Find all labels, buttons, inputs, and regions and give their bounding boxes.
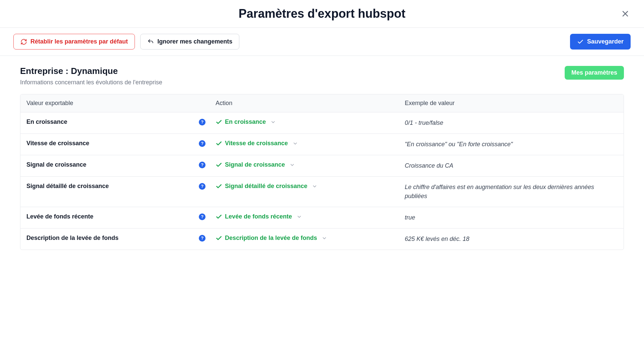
example-value: 0/1 - true/false — [405, 118, 443, 127]
check-icon — [216, 119, 222, 125]
action-label-text: Signal de croissance — [225, 161, 285, 168]
table-row: Signal détaillé de croissance ? Signal d… — [20, 177, 624, 207]
example-value: true — [405, 213, 415, 222]
table-row: Vitesse de croissance ? Vitesse de crois… — [20, 134, 624, 155]
row-name: Signal de croissance — [26, 161, 86, 168]
example-value: Le chiffre d'affaires est en augmentatio… — [405, 183, 618, 201]
row-name: Vitesse de croissance — [26, 140, 89, 147]
modal-header: Paramètres d'export hubspot — [0, 0, 644, 28]
action-dropdown[interactable]: Description de la levée de fonds — [216, 235, 327, 242]
action-dropdown[interactable]: Levée de fonds récente — [216, 213, 302, 220]
chevron-down-icon — [290, 162, 295, 168]
help-icon[interactable]: ? — [199, 119, 206, 125]
save-label: Sauvegarder — [587, 38, 624, 45]
example-value: Croissance du CA — [405, 161, 453, 170]
help-icon[interactable]: ? — [199, 183, 206, 190]
content-area: Entreprise : Dynamique Informations conc… — [0, 56, 644, 260]
ignore-changes-button[interactable]: Ignorer mes changements — [140, 34, 239, 50]
undo-icon — [147, 38, 154, 45]
my-params-label: Mes paramètres — [571, 69, 617, 76]
section-title: Entreprise : Dynamique — [20, 66, 162, 76]
section-subtitle: Informations concernant les évolutions d… — [20, 79, 162, 86]
close-icon — [621, 10, 629, 18]
row-name: Description de la levée de fonds — [26, 235, 118, 242]
table-row: Signal de croissance ? Signal de croissa… — [20, 155, 624, 177]
check-icon — [216, 235, 222, 242]
help-icon[interactable]: ? — [199, 162, 206, 168]
chevron-down-icon — [297, 214, 302, 219]
action-dropdown[interactable]: Vitesse de croissance — [216, 140, 298, 147]
check-icon — [216, 213, 222, 220]
close-button[interactable] — [620, 8, 631, 19]
action-dropdown[interactable]: En croissance — [216, 118, 276, 125]
action-label-text: Description de la levée de fonds — [225, 235, 317, 242]
action-label-text: Levée de fonds récente — [225, 213, 292, 220]
toolbar: Rétablir les paramètres par défaut Ignor… — [0, 28, 644, 56]
save-button[interactable]: Sauvegarder — [570, 34, 631, 50]
help-icon[interactable]: ? — [199, 213, 206, 220]
header-example: Exemple de valeur — [405, 100, 618, 107]
action-label-text: En croissance — [225, 118, 266, 125]
header-action: Action — [216, 100, 405, 107]
check-icon — [216, 162, 222, 168]
action-dropdown[interactable]: Signal détaillé de croissance — [216, 183, 317, 190]
modal-title: Paramètres d'export hubspot — [239, 7, 406, 21]
header-name: Valeur exportable — [26, 100, 216, 107]
my-params-button[interactable]: Mes paramètres — [565, 66, 624, 80]
check-icon — [216, 183, 222, 190]
check-icon — [216, 140, 222, 147]
table-row: En croissance ? En croissance 0/1 - true… — [20, 112, 624, 134]
reset-defaults-label: Rétablir les paramètres par défaut — [30, 38, 128, 45]
reset-defaults-button[interactable]: Rétablir les paramètres par défaut — [13, 34, 135, 50]
table-row: Description de la levée de fonds ? Descr… — [20, 229, 624, 250]
example-value: "En croissance" ou "En forte croissance" — [405, 140, 513, 149]
action-label-text: Signal détaillé de croissance — [225, 183, 307, 190]
row-name: En croissance — [26, 118, 67, 125]
chevron-down-icon — [270, 119, 276, 125]
example-value: 625 K€ levés en déc. 18 — [405, 235, 469, 244]
table-row: Levée de fonds récente ? Levée de fonds … — [20, 207, 624, 229]
check-icon — [577, 38, 584, 45]
help-icon[interactable]: ? — [199, 235, 206, 242]
section-header: Entreprise : Dynamique Informations conc… — [20, 66, 624, 86]
row-name: Signal détaillé de croissance — [26, 183, 109, 190]
action-dropdown[interactable]: Signal de croissance — [216, 161, 295, 168]
chevron-down-icon — [293, 141, 298, 146]
export-table: Valeur exportable Action Exemple de vale… — [20, 94, 624, 250]
refresh-icon — [20, 38, 27, 45]
table-header: Valeur exportable Action Exemple de vale… — [20, 94, 624, 112]
ignore-changes-label: Ignorer mes changements — [157, 38, 232, 45]
help-icon[interactable]: ? — [199, 140, 206, 147]
chevron-down-icon — [312, 184, 317, 189]
action-label-text: Vitesse de croissance — [225, 140, 288, 147]
row-name: Levée de fonds récente — [26, 213, 93, 220]
chevron-down-icon — [322, 236, 327, 241]
